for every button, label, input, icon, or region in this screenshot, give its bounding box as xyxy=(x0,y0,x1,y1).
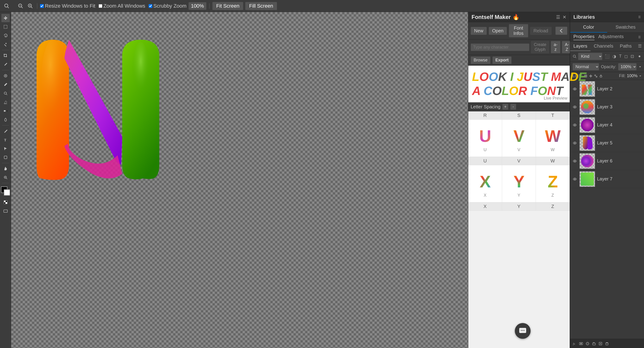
new-btn[interactable]: New xyxy=(470,27,487,35)
az-lower-btn[interactable]: a-z xyxy=(551,41,560,53)
fit-screen-btn[interactable]: Fit Screen xyxy=(212,2,243,10)
layer-mask-icon[interactable] xyxy=(579,342,583,346)
pen-tool[interactable] xyxy=(2,127,10,135)
layer-4-visibility-btn[interactable] xyxy=(572,123,578,127)
layer-item-5[interactable]: Layer 5 xyxy=(570,134,644,152)
svg-point-25 xyxy=(132,42,150,107)
svg-point-32 xyxy=(573,55,576,57)
layer-group-icon[interactable] xyxy=(592,342,596,346)
shape-filter-icon[interactable]: ◻ xyxy=(624,53,629,59)
fill-value: 100% xyxy=(627,73,638,78)
eye-icon xyxy=(573,160,577,163)
fontself-close-btn[interactable]: ✕ xyxy=(562,14,566,20)
eraser-tool[interactable] xyxy=(2,98,10,106)
layer-delete-icon[interactable] xyxy=(605,342,609,346)
brush-tool[interactable] xyxy=(2,80,10,89)
layer-add-icon[interactable] xyxy=(598,342,602,346)
scrubby-zoom-check[interactable]: Scrubby Zoom xyxy=(148,3,186,9)
lock-all-icon[interactable] xyxy=(599,74,603,78)
magic-wand-tool[interactable] xyxy=(2,40,10,48)
layer-3-visibility-btn[interactable] xyxy=(572,105,578,109)
zoom-all-windows-check[interactable]: Zoom All Windows xyxy=(98,3,145,9)
pixel-filter-icon[interactable]: ⬛ xyxy=(604,53,611,59)
glyph-row-xyz: X X Y xyxy=(468,165,570,202)
glyph-cell-W[interactable]: W W xyxy=(536,120,570,157)
zoom-tool-btn[interactable] xyxy=(3,2,15,9)
layer-adjustment-icon[interactable] xyxy=(586,342,590,346)
zoom-tool[interactable] xyxy=(2,173,10,182)
tab-layers[interactable]: Layers xyxy=(570,42,590,51)
blend-mode-select[interactable]: Normal xyxy=(572,63,599,70)
layer-item-4[interactable]: Layer 4 xyxy=(570,116,644,134)
prop-menu-btn[interactable]: ☰ xyxy=(638,36,641,39)
shape-tool[interactable] xyxy=(2,153,10,162)
opacity-value-select[interactable]: 100% xyxy=(618,63,636,70)
layers-menu-btn[interactable]: ☰ xyxy=(636,42,644,51)
filter-toggle[interactable]: ● xyxy=(637,53,642,59)
letter-spacing-plus-btn[interactable]: + xyxy=(502,104,508,110)
tab-paths[interactable]: Paths xyxy=(617,42,635,51)
create-glyph-btn[interactable]: Create Glyph xyxy=(531,41,549,53)
healing-brush-tool[interactable] xyxy=(2,72,10,80)
svg-text:fx: fx xyxy=(573,342,575,346)
canvas-area xyxy=(11,12,468,348)
tab-swatches[interactable]: Swatches xyxy=(607,22,644,33)
zoom-out-btn[interactable] xyxy=(17,2,24,9)
back-btn[interactable] xyxy=(555,26,568,35)
layer-5-visibility-btn[interactable] xyxy=(572,141,578,145)
glyph-input[interactable] xyxy=(470,43,530,51)
svg-rect-20 xyxy=(6,200,7,202)
glyph-label-Y: Y xyxy=(518,193,520,198)
browse-btn[interactable]: Browse xyxy=(470,56,490,64)
move-tool[interactable] xyxy=(2,14,10,22)
crop-tool[interactable] xyxy=(2,51,10,60)
glyph-cell-Z[interactable]: Z Z xyxy=(536,165,570,202)
eyedropper-tool[interactable] xyxy=(2,60,10,69)
type-tool[interactable]: T xyxy=(2,136,10,144)
export-btn[interactable]: Export xyxy=(492,56,512,64)
clone-stamp-tool[interactable] xyxy=(2,89,10,98)
tab-properties[interactable]: Properties xyxy=(574,34,594,40)
burn-tool[interactable] xyxy=(2,116,10,124)
lock-artboard-icon[interactable] xyxy=(594,74,598,78)
layer-2-visibility-btn[interactable] xyxy=(572,87,578,91)
chat-button[interactable] xyxy=(515,323,530,339)
zoom-in-btn[interactable] xyxy=(26,2,34,9)
type-filter-icon[interactable]: T xyxy=(618,53,622,59)
tab-color[interactable]: Color xyxy=(570,22,607,33)
adjust-filter-icon[interactable]: ◑ xyxy=(612,53,617,59)
marquee-tool[interactable] xyxy=(2,23,10,31)
layer-kind-select[interactable]: Kind xyxy=(578,53,602,60)
layer-extra-visibility-btn[interactable] xyxy=(572,177,578,181)
glyph-cell-Y[interactable]: Y Y xyxy=(502,165,536,202)
open-btn[interactable]: Open xyxy=(489,27,507,35)
hand-tool[interactable] xyxy=(2,165,10,173)
screen-mode-btn[interactable] xyxy=(2,207,10,215)
glyph-cell-X[interactable]: X X xyxy=(468,165,502,202)
layer-fx-icon[interactable]: fx xyxy=(572,342,577,346)
tab-channels[interactable]: Channels xyxy=(590,42,617,51)
layer-item-6[interactable]: Layer 6 xyxy=(570,152,644,170)
layer-6-visibility-btn[interactable] xyxy=(572,160,578,163)
reload-btn[interactable]: Reload xyxy=(530,27,552,35)
fontself-menu-btn[interactable]: ☰ xyxy=(556,14,560,20)
lock-position-icon[interactable] xyxy=(589,74,592,78)
layer-item-3[interactable]: Layer 3 xyxy=(570,98,644,116)
layer-5-thumb xyxy=(580,135,595,151)
gradient-tool[interactable] xyxy=(2,107,10,115)
quick-mask-tool[interactable] xyxy=(2,198,10,206)
fill-screen-btn[interactable]: Fill Screen xyxy=(245,2,277,10)
font-infos-btn[interactable]: Font Infos xyxy=(509,24,528,37)
lasso-tool[interactable] xyxy=(2,31,10,40)
background-color-box[interactable] xyxy=(4,189,10,196)
resize-windows-check[interactable]: Resize Windows to Fit xyxy=(40,3,95,9)
layer-item-extra[interactable]: Layer 7 xyxy=(570,170,644,188)
libraries-menu-btn[interactable]: ☰ xyxy=(638,15,641,19)
glyph-cell-V[interactable]: V V xyxy=(502,120,536,157)
letter-spacing-minus-btn[interactable]: - xyxy=(510,104,516,110)
layer-extra-name: Layer 7 xyxy=(597,176,642,182)
glyph-cell-U[interactable]: U U xyxy=(468,120,502,157)
smart-filter-icon[interactable]: ⊡ xyxy=(630,53,635,59)
tab-adjustments[interactable]: Adjustments xyxy=(598,34,624,40)
path-select-tool[interactable] xyxy=(2,145,10,153)
